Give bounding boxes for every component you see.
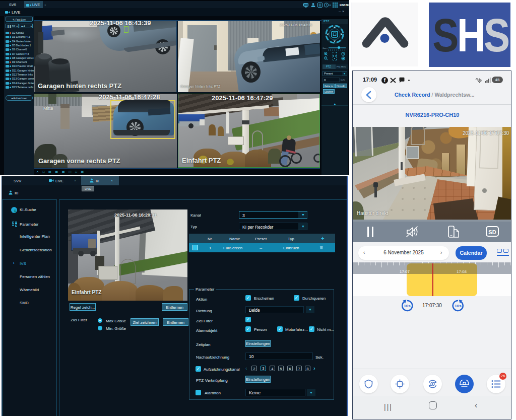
svg-text:10s: 10s (455, 304, 462, 308)
svg-text:10s: 10s (404, 304, 411, 308)
